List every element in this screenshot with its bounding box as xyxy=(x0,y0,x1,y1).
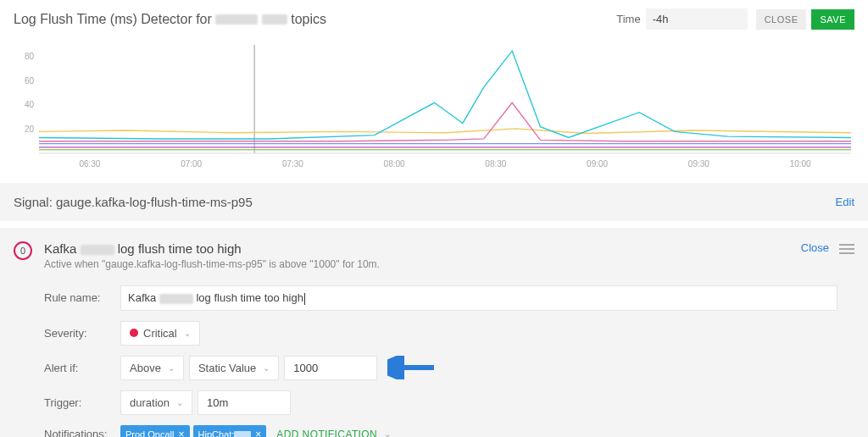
svg-text:09:00: 09:00 xyxy=(587,159,608,169)
redacted-text xyxy=(262,14,287,25)
svg-text:60: 60 xyxy=(25,76,35,86)
svg-text:09:30: 09:30 xyxy=(688,159,709,169)
notification-tag[interactable]: HipChat: × xyxy=(193,425,267,437)
svg-text:07:30: 07:30 xyxy=(282,159,303,169)
chevron-down-icon: ⌄ xyxy=(263,363,270,373)
trigger-mode-select[interactable]: duration⌄ xyxy=(120,390,192,415)
redacted-text xyxy=(159,294,193,304)
signal-label: Signal: gauge.kafka-log-flush-time-ms-p9… xyxy=(14,195,836,209)
svg-text:06:30: 06:30 xyxy=(79,159,100,169)
alert-if-label: Alert if: xyxy=(44,362,120,374)
svg-text:07:00: 07:00 xyxy=(181,159,202,169)
trigger-value-input[interactable] xyxy=(198,390,291,415)
redacted-text xyxy=(234,431,251,437)
header: Log Flush Time (ms) Detector for topics … xyxy=(0,0,868,36)
rule-count-badge: 0 xyxy=(14,241,32,260)
menu-icon[interactable] xyxy=(839,241,854,257)
chevron-down-icon: ⌄ xyxy=(168,363,175,373)
title-post: topics xyxy=(287,12,326,26)
mode-select[interactable]: Static Value⌄ xyxy=(189,356,279,380)
chevron-down-icon: ⌄ xyxy=(176,398,183,407)
severity-select[interactable]: Critical ⌄ xyxy=(120,321,200,346)
close-button[interactable]: CLOSE xyxy=(756,9,807,30)
critical-dot-icon xyxy=(130,329,138,337)
redacted-text xyxy=(81,245,114,255)
signal-bar: Signal: gauge.kafka-log-flush-time-ms-p9… xyxy=(0,183,868,221)
threshold-input[interactable] xyxy=(284,356,377,380)
time-input[interactable] xyxy=(646,8,748,30)
title-pre: Log Flush Time (ms) Detector for xyxy=(14,12,215,26)
svg-text:80: 80 xyxy=(25,52,35,61)
chevron-down-icon: ⌄ xyxy=(184,329,191,338)
chevron-down-icon: ⌄ xyxy=(384,429,391,437)
trigger-label: Trigger: xyxy=(44,396,120,409)
rule-subtitle: Active when "gauge.kafka-log-flush-time-… xyxy=(44,258,801,270)
add-notification-button[interactable]: ADD NOTIFICATION⌄ xyxy=(276,429,391,437)
close-rule-link[interactable]: Close xyxy=(801,241,829,254)
notification-tag[interactable]: Prod Oncall× xyxy=(120,425,190,437)
save-button[interactable]: SAVE xyxy=(811,9,854,30)
rule-name-label: Rule name: xyxy=(44,291,120,304)
svg-text:08:00: 08:00 xyxy=(384,159,405,169)
page-title: Log Flush Time (ms) Detector for topics xyxy=(14,12,616,27)
direction-select[interactable]: Above⌄ xyxy=(120,356,184,380)
notifications-label: Notifications: xyxy=(44,428,120,437)
svg-text:20: 20 xyxy=(25,124,35,134)
rule-form: Rule name: Kafka log flush time too high… xyxy=(44,285,854,437)
remove-tag-icon[interactable]: × xyxy=(255,429,261,437)
svg-text:40: 40 xyxy=(25,100,35,109)
svg-text:10:00: 10:00 xyxy=(790,159,811,169)
rule-title: Kafka log flush time too high xyxy=(44,241,801,256)
svg-text:08:30: 08:30 xyxy=(485,159,506,169)
redacted-text xyxy=(215,14,258,25)
severity-label: Severity: xyxy=(44,327,120,340)
remove-tag-icon[interactable]: × xyxy=(178,429,184,437)
edit-signal-link[interactable]: Edit xyxy=(836,196,854,208)
rule-block: 0 Kafka log flush time too high Active w… xyxy=(0,228,868,437)
time-label: Time xyxy=(616,13,640,25)
pointer-arrow-icon xyxy=(387,356,438,379)
time-series-chart[interactable]: 2040608006:3007:0007:3008:0008:3009:0009… xyxy=(14,36,854,172)
rule-name-input[interactable]: Kafka log flush time too high xyxy=(120,285,837,311)
